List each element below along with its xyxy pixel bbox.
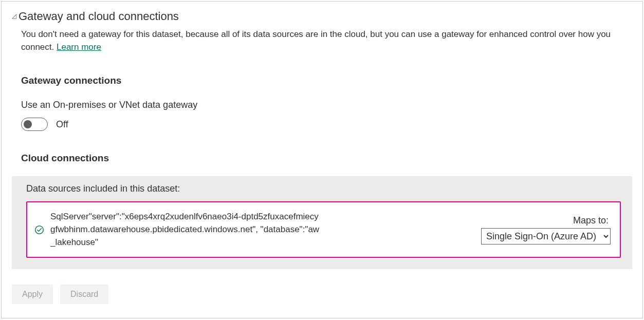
- cloud-connections-box: Data sources included in this dataset: S…: [12, 176, 632, 269]
- action-buttons: Apply Discard: [12, 285, 632, 304]
- description-text: You don't need a gateway for this datase…: [21, 29, 611, 52]
- section-description: You don't need a gateway for this datase…: [21, 28, 632, 53]
- collapse-icon: ◿: [12, 12, 16, 20]
- gateway-toggle-label: Use an On-premises or VNet data gateway: [21, 100, 632, 110]
- cloud-box-title: Data sources included in this dataset:: [26, 183, 621, 194]
- gateway-connections-title: Gateway connections: [21, 75, 632, 86]
- cloud-connections-title: Cloud connections: [21, 153, 632, 164]
- gateway-toggle-row: Off: [21, 118, 632, 131]
- svg-point-0: [35, 225, 44, 234]
- datasource-text: SqlServer"server":"x6eps4xrq2xudenlfv6na…: [50, 211, 323, 249]
- datasource-row: SqlServer"server":"x6eps4xrq2xudenlfv6na…: [26, 201, 621, 258]
- gateway-toggle[interactable]: [21, 118, 48, 131]
- section-title: Gateway and cloud connections: [19, 10, 179, 23]
- gateway-toggle-state: Off: [56, 119, 68, 130]
- maps-to-column: Maps to: Single Sign-On (Azure AD): [481, 215, 611, 244]
- section-header[interactable]: ◿ Gateway and cloud connections: [12, 10, 632, 23]
- maps-to-label: Maps to:: [573, 215, 611, 226]
- apply-button[interactable]: Apply: [12, 285, 53, 304]
- discard-button[interactable]: Discard: [60, 285, 108, 304]
- gateway-cloud-panel: ◿ Gateway and cloud connections You don'…: [1, 1, 643, 318]
- toggle-knob-icon: [24, 120, 32, 128]
- learn-more-link[interactable]: Learn more: [57, 42, 101, 52]
- check-circle-icon: [34, 225, 44, 235]
- maps-to-select[interactable]: Single Sign-On (Azure AD): [481, 228, 611, 244]
